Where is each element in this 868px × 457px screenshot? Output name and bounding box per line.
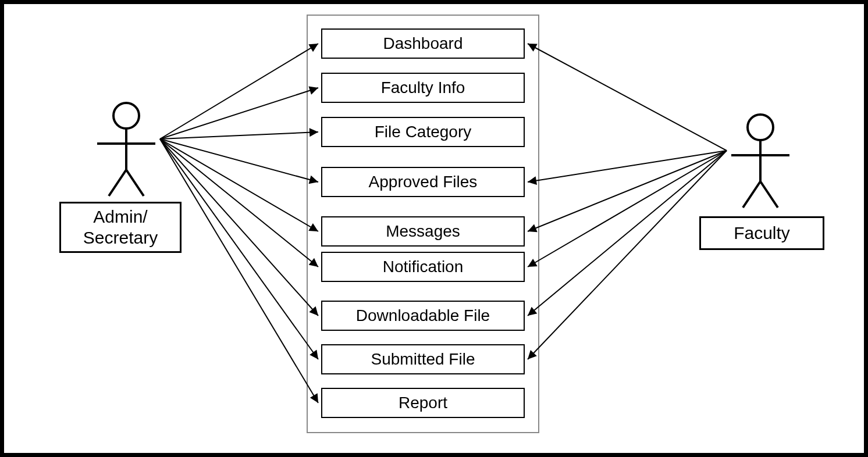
svg-line-24 (528, 151, 727, 359)
svg-line-10 (160, 44, 318, 139)
faculty-arrows (528, 44, 727, 359)
actor-label-text: Admin/ Secretary (83, 206, 158, 248)
svg-line-4 (126, 170, 144, 196)
usecase-label: Submitted File (371, 350, 475, 369)
usecase-label: Messages (386, 222, 460, 241)
svg-line-14 (160, 139, 318, 231)
svg-line-9 (760, 181, 778, 208)
svg-line-20 (528, 151, 727, 182)
usecase-report: Report (321, 388, 525, 418)
usecase-faculty-info: Faculty Info (321, 73, 525, 103)
usecase-label: Notification (383, 258, 464, 276)
usecase-label: Dashboard (383, 34, 463, 53)
usecase-label: Downloadable File (356, 306, 490, 325)
usecase-notification: Notification (321, 252, 525, 282)
usecase-dashboard: Dashboard (321, 28, 525, 59)
usecase-file-category: File Category (321, 117, 525, 147)
usecase-messages: Messages (321, 216, 525, 247)
svg-line-8 (743, 181, 760, 208)
svg-line-17 (160, 139, 318, 359)
svg-point-5 (748, 115, 773, 140)
usecase-downloadable-file: Downloadable File (321, 301, 525, 331)
usecase-label: Approved Files (369, 173, 478, 191)
usecase-submitted-file: Submitted File (321, 344, 525, 374)
actor-label-text: Faculty (734, 223, 790, 244)
usecase-approved-files: Approved Files (321, 167, 525, 197)
svg-line-11 (160, 88, 318, 139)
svg-line-19 (528, 44, 727, 151)
actor-admin-label: Admin/ Secretary (59, 202, 182, 253)
usecase-label: Faculty Info (381, 78, 465, 97)
actor-faculty-label: Faculty (699, 216, 824, 250)
actor-admin-icon (97, 103, 155, 196)
svg-line-23 (528, 151, 727, 316)
svg-line-15 (160, 139, 318, 267)
usecase-label: Report (399, 394, 447, 412)
svg-line-13 (160, 139, 318, 182)
svg-point-0 (113, 103, 139, 128)
usecase-label: File Category (375, 123, 472, 141)
use-case-diagram: Dashboard Faculty Info File Category App… (0, 0, 868, 457)
admin-arrows (160, 44, 318, 403)
svg-line-3 (109, 170, 126, 196)
svg-line-18 (160, 139, 318, 403)
svg-line-12 (160, 132, 318, 139)
svg-line-16 (160, 139, 318, 316)
svg-line-22 (528, 151, 727, 267)
actor-faculty-icon (731, 115, 789, 208)
svg-line-21 (528, 151, 727, 231)
